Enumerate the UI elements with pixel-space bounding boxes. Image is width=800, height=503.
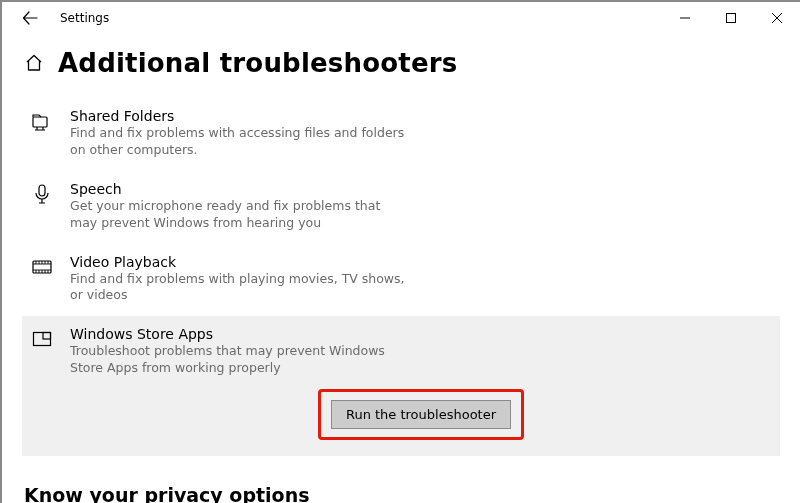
privacy-section: Know your privacy options Learn how this… — [24, 484, 780, 503]
home-icon[interactable] — [24, 53, 44, 73]
maximize-icon — [726, 13, 736, 23]
window-controls — [662, 2, 800, 34]
titlebar: Settings — [2, 2, 800, 34]
troubleshooter-desc: Get your microphone ready and fix proble… — [70, 198, 410, 232]
windows-store-apps-icon — [30, 326, 54, 350]
troubleshooter-desc: Troubleshoot problems that may prevent W… — [70, 343, 410, 377]
troubleshooter-item-windows-store-apps[interactable]: Windows Store Apps Troubleshoot problems… — [22, 316, 780, 456]
troubleshooter-desc: Find and fix problems with accessing fil… — [70, 125, 410, 159]
troubleshooter-text: Windows Store Apps Troubleshoot problems… — [70, 326, 772, 440]
content-area: Additional troubleshooters Shared Folder… — [2, 34, 800, 503]
maximize-button[interactable] — [708, 2, 754, 34]
svg-rect-0 — [727, 14, 736, 23]
privacy-heading: Know your privacy options — [24, 484, 780, 503]
close-button[interactable] — [754, 2, 800, 34]
troubleshooter-text: Speech Get your microphone ready and fix… — [70, 181, 772, 232]
run-row: Run the troubleshooter — [70, 389, 772, 440]
svg-rect-1 — [33, 117, 47, 127]
page-header: Additional troubleshooters — [24, 48, 780, 78]
shared-folders-icon — [30, 108, 54, 132]
run-highlight-box: Run the troubleshooter — [318, 389, 524, 440]
troubleshooter-title: Windows Store Apps — [70, 326, 772, 342]
troubleshooter-title: Speech — [70, 181, 772, 197]
svg-rect-2 — [39, 185, 45, 196]
run-troubleshooter-button[interactable]: Run the troubleshooter — [331, 400, 511, 429]
troubleshooter-title: Shared Folders — [70, 108, 772, 124]
minimize-button[interactable] — [662, 2, 708, 34]
troubleshooter-text: Video Playback Find and fix problems wit… — [70, 254, 772, 305]
app-title: Settings — [60, 11, 109, 25]
close-icon — [772, 13, 782, 23]
troubleshooter-desc: Find and fix problems with playing movie… — [70, 271, 410, 305]
troubleshooter-list: Shared Folders Find and fix problems wit… — [22, 98, 780, 456]
troubleshooter-item-shared-folders[interactable]: Shared Folders Find and fix problems wit… — [22, 98, 780, 171]
troubleshooter-title: Video Playback — [70, 254, 772, 270]
troubleshooter-item-speech[interactable]: Speech Get your microphone ready and fix… — [22, 171, 780, 244]
minimize-icon — [680, 13, 690, 23]
troubleshooter-text: Shared Folders Find and fix problems wit… — [70, 108, 772, 159]
page-title: Additional troubleshooters — [58, 48, 458, 78]
back-arrow-icon — [22, 10, 38, 26]
video-playback-icon — [30, 254, 54, 278]
troubleshooter-item-video-playback[interactable]: Video Playback Find and fix problems wit… — [22, 244, 780, 317]
svg-rect-5 — [43, 333, 51, 340]
back-button[interactable] — [16, 4, 44, 32]
speech-icon — [30, 181, 54, 205]
